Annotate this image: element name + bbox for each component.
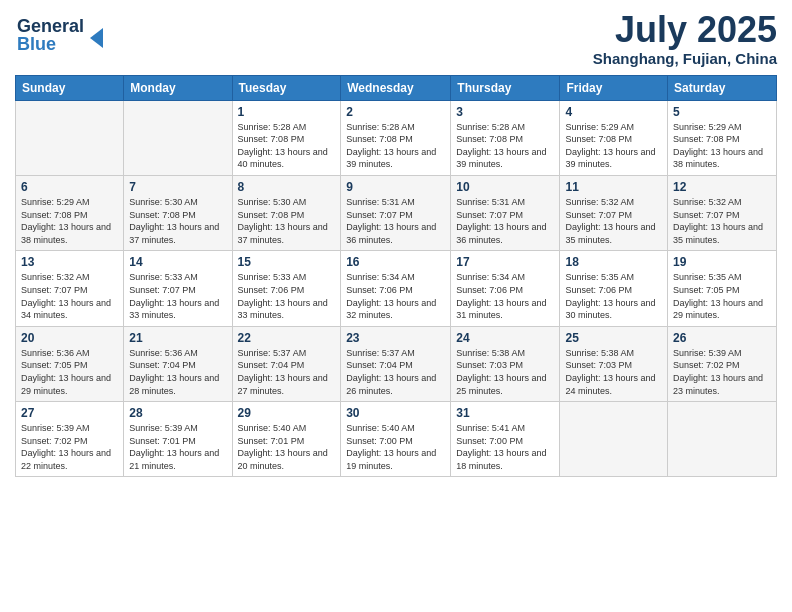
calendar-week-row: 27Sunrise: 5:39 AMSunset: 7:02 PMDayligh…: [16, 402, 777, 477]
table-row: [124, 100, 232, 175]
day-number: 20: [21, 331, 118, 345]
table-row: 31Sunrise: 5:41 AMSunset: 7:00 PMDayligh…: [451, 402, 560, 477]
page: General Blue July 2025 Shanghang, Fujian…: [0, 0, 792, 612]
day-number: 27: [21, 406, 118, 420]
day-number: 31: [456, 406, 554, 420]
day-number: 23: [346, 331, 445, 345]
col-monday: Monday: [124, 75, 232, 100]
table-row: 20Sunrise: 5:36 AMSunset: 7:05 PMDayligh…: [16, 326, 124, 401]
day-info: Sunrise: 5:38 AMSunset: 7:03 PMDaylight:…: [565, 347, 662, 397]
table-row: 19Sunrise: 5:35 AMSunset: 7:05 PMDayligh…: [668, 251, 777, 326]
table-row: [560, 402, 668, 477]
day-number: 16: [346, 255, 445, 269]
day-number: 1: [238, 105, 336, 119]
svg-text:General: General: [17, 16, 84, 36]
day-info: Sunrise: 5:28 AMSunset: 7:08 PMDaylight:…: [456, 121, 554, 171]
day-info: Sunrise: 5:38 AMSunset: 7:03 PMDaylight:…: [456, 347, 554, 397]
table-row: 9Sunrise: 5:31 AMSunset: 7:07 PMDaylight…: [341, 175, 451, 250]
table-row: 22Sunrise: 5:37 AMSunset: 7:04 PMDayligh…: [232, 326, 341, 401]
day-info: Sunrise: 5:31 AMSunset: 7:07 PMDaylight:…: [346, 196, 445, 246]
table-row: 5Sunrise: 5:29 AMSunset: 7:08 PMDaylight…: [668, 100, 777, 175]
table-row: 29Sunrise: 5:40 AMSunset: 7:01 PMDayligh…: [232, 402, 341, 477]
day-info: Sunrise: 5:29 AMSunset: 7:08 PMDaylight:…: [21, 196, 118, 246]
table-row: 4Sunrise: 5:29 AMSunset: 7:08 PMDaylight…: [560, 100, 668, 175]
day-info: Sunrise: 5:37 AMSunset: 7:04 PMDaylight:…: [238, 347, 336, 397]
table-row: 26Sunrise: 5:39 AMSunset: 7:02 PMDayligh…: [668, 326, 777, 401]
day-number: 6: [21, 180, 118, 194]
table-row: 16Sunrise: 5:34 AMSunset: 7:06 PMDayligh…: [341, 251, 451, 326]
table-row: 14Sunrise: 5:33 AMSunset: 7:07 PMDayligh…: [124, 251, 232, 326]
calendar-week-row: 6Sunrise: 5:29 AMSunset: 7:08 PMDaylight…: [16, 175, 777, 250]
table-row: 30Sunrise: 5:40 AMSunset: 7:00 PMDayligh…: [341, 402, 451, 477]
day-number: 17: [456, 255, 554, 269]
table-row: [668, 402, 777, 477]
calendar-week-row: 1Sunrise: 5:28 AMSunset: 7:08 PMDaylight…: [16, 100, 777, 175]
location: Shanghang, Fujian, China: [593, 50, 777, 67]
table-row: 10Sunrise: 5:31 AMSunset: 7:07 PMDayligh…: [451, 175, 560, 250]
day-info: Sunrise: 5:40 AMSunset: 7:01 PMDaylight:…: [238, 422, 336, 472]
col-tuesday: Tuesday: [232, 75, 341, 100]
header: General Blue July 2025 Shanghang, Fujian…: [15, 10, 777, 67]
day-number: 21: [129, 331, 226, 345]
day-number: 18: [565, 255, 662, 269]
day-info: Sunrise: 5:29 AMSunset: 7:08 PMDaylight:…: [565, 121, 662, 171]
day-info: Sunrise: 5:28 AMSunset: 7:08 PMDaylight:…: [238, 121, 336, 171]
table-row: 18Sunrise: 5:35 AMSunset: 7:06 PMDayligh…: [560, 251, 668, 326]
day-info: Sunrise: 5:35 AMSunset: 7:05 PMDaylight:…: [673, 271, 771, 321]
day-info: Sunrise: 5:29 AMSunset: 7:08 PMDaylight:…: [673, 121, 771, 171]
day-number: 3: [456, 105, 554, 119]
table-row: [16, 100, 124, 175]
table-row: 1Sunrise: 5:28 AMSunset: 7:08 PMDaylight…: [232, 100, 341, 175]
day-info: Sunrise: 5:39 AMSunset: 7:02 PMDaylight:…: [21, 422, 118, 472]
day-number: 28: [129, 406, 226, 420]
table-row: 11Sunrise: 5:32 AMSunset: 7:07 PMDayligh…: [560, 175, 668, 250]
day-number: 26: [673, 331, 771, 345]
day-info: Sunrise: 5:41 AMSunset: 7:00 PMDaylight:…: [456, 422, 554, 472]
day-info: Sunrise: 5:40 AMSunset: 7:00 PMDaylight:…: [346, 422, 445, 472]
day-number: 8: [238, 180, 336, 194]
day-info: Sunrise: 5:36 AMSunset: 7:05 PMDaylight:…: [21, 347, 118, 397]
table-row: 23Sunrise: 5:37 AMSunset: 7:04 PMDayligh…: [341, 326, 451, 401]
col-wednesday: Wednesday: [341, 75, 451, 100]
day-info: Sunrise: 5:39 AMSunset: 7:02 PMDaylight:…: [673, 347, 771, 397]
title-block: July 2025 Shanghang, Fujian, China: [593, 10, 777, 67]
day-number: 15: [238, 255, 336, 269]
table-row: 2Sunrise: 5:28 AMSunset: 7:08 PMDaylight…: [341, 100, 451, 175]
calendar-week-row: 20Sunrise: 5:36 AMSunset: 7:05 PMDayligh…: [16, 326, 777, 401]
day-info: Sunrise: 5:32 AMSunset: 7:07 PMDaylight:…: [673, 196, 771, 246]
day-info: Sunrise: 5:30 AMSunset: 7:08 PMDaylight:…: [129, 196, 226, 246]
table-row: 15Sunrise: 5:33 AMSunset: 7:06 PMDayligh…: [232, 251, 341, 326]
calendar-week-row: 13Sunrise: 5:32 AMSunset: 7:07 PMDayligh…: [16, 251, 777, 326]
day-info: Sunrise: 5:34 AMSunset: 7:06 PMDaylight:…: [346, 271, 445, 321]
day-number: 2: [346, 105, 445, 119]
day-number: 19: [673, 255, 771, 269]
day-info: Sunrise: 5:31 AMSunset: 7:07 PMDaylight:…: [456, 196, 554, 246]
col-friday: Friday: [560, 75, 668, 100]
day-info: Sunrise: 5:33 AMSunset: 7:06 PMDaylight:…: [238, 271, 336, 321]
calendar: Sunday Monday Tuesday Wednesday Thursday…: [15, 75, 777, 478]
day-info: Sunrise: 5:33 AMSunset: 7:07 PMDaylight:…: [129, 271, 226, 321]
day-info: Sunrise: 5:32 AMSunset: 7:07 PMDaylight:…: [21, 271, 118, 321]
day-number: 13: [21, 255, 118, 269]
day-number: 9: [346, 180, 445, 194]
table-row: 7Sunrise: 5:30 AMSunset: 7:08 PMDaylight…: [124, 175, 232, 250]
col-thursday: Thursday: [451, 75, 560, 100]
day-number: 24: [456, 331, 554, 345]
day-number: 4: [565, 105, 662, 119]
day-number: 5: [673, 105, 771, 119]
day-number: 25: [565, 331, 662, 345]
table-row: 8Sunrise: 5:30 AMSunset: 7:08 PMDaylight…: [232, 175, 341, 250]
day-number: 22: [238, 331, 336, 345]
day-number: 10: [456, 180, 554, 194]
table-row: 3Sunrise: 5:28 AMSunset: 7:08 PMDaylight…: [451, 100, 560, 175]
day-info: Sunrise: 5:28 AMSunset: 7:08 PMDaylight:…: [346, 121, 445, 171]
table-row: 17Sunrise: 5:34 AMSunset: 7:06 PMDayligh…: [451, 251, 560, 326]
day-number: 30: [346, 406, 445, 420]
day-info: Sunrise: 5:32 AMSunset: 7:07 PMDaylight:…: [565, 196, 662, 246]
logo: General Blue: [15, 10, 115, 62]
table-row: 25Sunrise: 5:38 AMSunset: 7:03 PMDayligh…: [560, 326, 668, 401]
calendar-header-row: Sunday Monday Tuesday Wednesday Thursday…: [16, 75, 777, 100]
svg-marker-2: [90, 28, 103, 48]
day-info: Sunrise: 5:39 AMSunset: 7:01 PMDaylight:…: [129, 422, 226, 472]
table-row: 6Sunrise: 5:29 AMSunset: 7:08 PMDaylight…: [16, 175, 124, 250]
